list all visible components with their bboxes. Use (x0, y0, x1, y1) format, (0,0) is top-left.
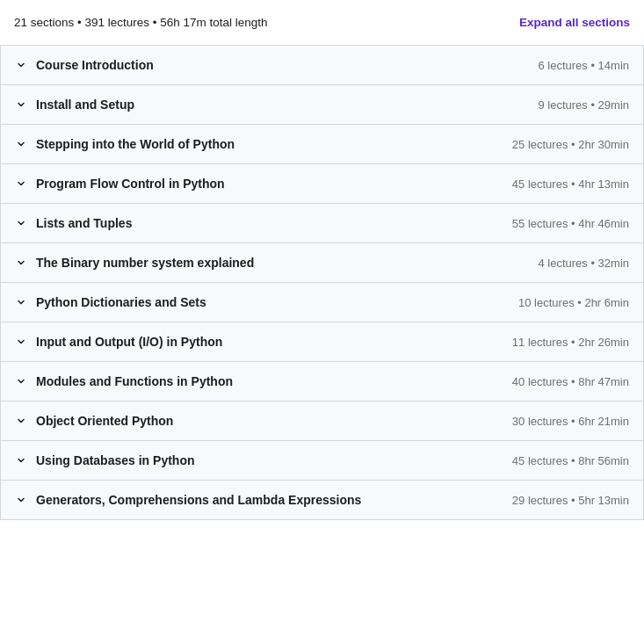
section-meta: 10 lectures • 2hr 6min (518, 296, 629, 309)
section-meta: 45 lectures • 8hr 56min (512, 454, 629, 467)
chevron-down-icon (15, 416, 27, 425)
section-meta: 11 lectures • 2hr 26min (512, 336, 629, 349)
section-item[interactable]: Object Oriented Python 30 lectures • 6hr… (1, 402, 643, 441)
section-meta: 29 lectures • 5hr 13min (512, 494, 629, 507)
chevron-down-icon (15, 100, 27, 109)
content-header: 21 sections • 391 lectures • 56h 17m tot… (0, 0, 644, 46)
section-left: Program Flow Control in Python (15, 177, 498, 191)
section-meta: 55 lectures • 4hr 46min (512, 217, 629, 230)
section-item[interactable]: Lists and Tuples 55 lectures • 4hr 46min (1, 204, 643, 243)
section-title: Install and Setup (36, 98, 134, 112)
expand-all-link[interactable]: Expand all sections (519, 16, 630, 29)
section-left: Install and Setup (15, 98, 524, 112)
chevron-down-icon (15, 61, 27, 69)
section-meta: 30 lectures • 6hr 21min (512, 415, 629, 428)
section-left: Modules and Functions in Python (15, 374, 498, 388)
section-meta: 45 lectures • 4hr 13min (512, 177, 629, 191)
chevron-down-icon (15, 377, 27, 386)
section-list: Course Introduction 6 lectures • 14min I… (0, 46, 644, 520)
section-item[interactable]: Generators, Comprehensions and Lambda Ex… (1, 481, 643, 519)
section-item[interactable]: Course Introduction 6 lectures • 14min (1, 46, 643, 85)
section-left: Generators, Comprehensions and Lambda Ex… (15, 493, 498, 507)
section-title: Program Flow Control in Python (36, 177, 225, 191)
chevron-down-icon (15, 337, 27, 346)
chevron-down-icon (15, 496, 27, 504)
section-title: Lists and Tuples (36, 216, 132, 230)
chevron-down-icon (15, 258, 27, 267)
section-title: The Binary number system explained (36, 256, 254, 270)
section-item[interactable]: Install and Setup 9 lectures • 29min (1, 85, 643, 125)
section-item[interactable]: Modules and Functions in Python 40 lectu… (1, 362, 643, 402)
section-left: Lists and Tuples (15, 216, 498, 230)
section-left: The Binary number system explained (15, 256, 524, 270)
section-meta: 9 lectures • 29min (538, 98, 629, 112)
section-meta: 25 lectures • 2hr 30min (512, 138, 629, 151)
section-item[interactable]: Input and Output (I/O) in Python 11 lect… (1, 322, 643, 362)
section-title: Course Introduction (36, 58, 154, 72)
section-left: Using Databases in Python (15, 453, 498, 467)
content-stats: 21 sections • 391 lectures • 56h 17m tot… (14, 16, 268, 29)
section-left: Course Introduction (15, 58, 524, 72)
section-left: Input and Output (I/O) in Python (15, 335, 498, 349)
section-title: Generators, Comprehensions and Lambda Ex… (36, 493, 361, 507)
section-item[interactable]: Stepping into the World of Python 25 lec… (1, 125, 643, 164)
section-left: Object Oriented Python (15, 414, 498, 428)
section-item[interactable]: The Binary number system explained 4 lec… (1, 243, 643, 283)
course-content-panel: 21 sections • 391 lectures • 56h 17m tot… (0, 0, 644, 520)
section-meta: 40 lectures • 8hr 47min (512, 375, 629, 388)
section-title: Stepping into the World of Python (36, 137, 235, 151)
chevron-down-icon (15, 219, 27, 228)
chevron-down-icon (15, 140, 27, 148)
chevron-down-icon (15, 179, 27, 188)
section-title: Using Databases in Python (36, 453, 194, 467)
section-title: Object Oriented Python (36, 414, 173, 428)
section-title: Input and Output (I/O) in Python (36, 335, 222, 349)
section-meta: 4 lectures • 32min (538, 257, 629, 270)
section-title: Modules and Functions in Python (36, 374, 233, 388)
section-item[interactable]: Python Dictionaries and Sets 10 lectures… (1, 283, 643, 322)
section-item[interactable]: Using Databases in Python 45 lectures • … (1, 441, 643, 481)
section-left: Stepping into the World of Python (15, 137, 498, 151)
chevron-down-icon (15, 456, 27, 465)
section-meta: 6 lectures • 14min (538, 59, 629, 72)
chevron-down-icon (15, 298, 27, 307)
section-title: Python Dictionaries and Sets (36, 295, 206, 309)
section-left: Python Dictionaries and Sets (15, 295, 504, 309)
section-item[interactable]: Program Flow Control in Python 45 lectur… (1, 164, 643, 204)
